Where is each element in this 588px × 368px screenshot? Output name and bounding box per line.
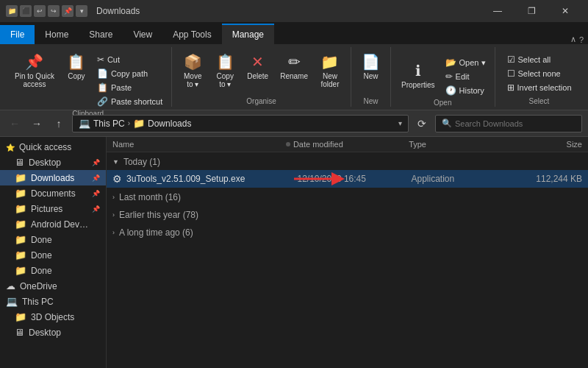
sidebar-item-downloads[interactable]: 📁 Downloads 📌 (0, 170, 106, 185)
address-path[interactable]: 💻 This PC › 📁 Downloads ▾ (72, 115, 409, 132)
undo-icon: ↩ (34, 5, 46, 17)
sort-indicator (286, 142, 290, 146)
copy-path-icon: 📄 (97, 68, 108, 79)
select-all-button[interactable]: ☑ Select all (504, 53, 575, 66)
tab-file[interactable]: File (0, 25, 35, 44)
this-pc-icon: 💻 (6, 296, 18, 307)
sidebar-item-done-2[interactable]: 📁 Done (0, 247, 106, 263)
group-earlier-year-label: Earlier this year (78) (119, 210, 198, 220)
group-today[interactable]: ▼ Today (1) (107, 152, 588, 170)
header-date: Date modified (293, 140, 409, 149)
sidebar-label-this-pc: This PC (22, 297, 54, 307)
new-item-icon: 📄 (362, 53, 380, 71)
path-folder-icon: 📁 (133, 118, 145, 129)
group-earlier-year[interactable]: › Earlier this year (78) (107, 205, 588, 223)
open-button[interactable]: 📂 Open ▾ (442, 56, 489, 69)
file-name-3utools: 3uTools_v2.51.009_Setup.exe (126, 174, 298, 184)
back-button[interactable]: ← (6, 115, 24, 132)
sidebar-item-android[interactable]: 📁 Android Device l... (0, 216, 106, 232)
sidebar-label-desktop: Desktop (29, 158, 61, 168)
sidebar-label-onedrive: OneDrive (20, 281, 57, 291)
main: ⭐ Quick access 🖥 Desktop 📌 📁 Downloads 📌… (0, 137, 588, 368)
delete-button[interactable]: ✕ Delete (243, 50, 273, 83)
quick-access-star-icon: ⭐ (6, 144, 15, 152)
header-size: Size (524, 140, 582, 149)
sidebar-label-3d-objects: 3D Objects (31, 312, 74, 322)
tab-manage[interactable]: Manage (222, 24, 274, 44)
history-icon: 🕐 (445, 85, 456, 96)
minimize-button[interactable]: — (481, 0, 514, 22)
header-type: Type (409, 140, 524, 149)
pin-to-quick-button[interactable]: 📌 Pin to Quickaccess (10, 50, 59, 91)
sidebar-item-quick-access[interactable]: ⭐ Quick access (0, 140, 106, 155)
sidebar-item-onedrive[interactable]: ☁ OneDrive (0, 278, 106, 294)
tab-share[interactable]: Share (79, 25, 123, 44)
copy-button[interactable]: 📋 Copy (62, 50, 91, 83)
search-input[interactable] (455, 119, 576, 128)
paste-shortcut-button[interactable]: 🔗 Paste shortcut (94, 95, 165, 108)
file-row-3utools[interactable]: ⚙ 3uTools_v2.51.009_Setup.exe 12/10/2020… (107, 170, 588, 188)
edit-button[interactable]: ✏ Edit (442, 70, 489, 83)
group-long-ago-arrow: › (112, 229, 115, 236)
tab-view[interactable]: View (123, 25, 162, 44)
properties-button[interactable]: ℹ Properties (397, 53, 440, 97)
properties-icon: ℹ (415, 62, 421, 79)
ribbon-tabs: File Home Share View App Tools Manage ∧ … (0, 22, 588, 44)
quick-access-icon: ⬛ (20, 5, 32, 17)
copy-icon: 📋 (67, 53, 85, 71)
copy-to-button[interactable]: 📋 Copyto ▾ (210, 50, 240, 91)
downloads-pin-icon: 📌 (92, 174, 100, 182)
refresh-button[interactable]: ⟳ (413, 115, 431, 132)
new-folder-button[interactable]: 📁 Newfolder (315, 50, 345, 91)
new-section: 📄 New New (351, 47, 391, 107)
group-long-ago[interactable]: › A long time ago (6) (107, 223, 588, 241)
invert-selection-button[interactable]: ⊞ Invert selection (504, 81, 575, 94)
sidebar-item-desktop2[interactable]: 🖥 Desktop (0, 325, 106, 340)
address-bar: ← → ↑ 💻 This PC › 📁 Downloads ▾ ⟳ 🔍 (0, 110, 588, 137)
organise-label: Organise (246, 96, 276, 107)
maximize-button[interactable]: ❐ (514, 0, 548, 22)
delete-icon: ✕ (251, 53, 264, 71)
sidebar-item-done-3[interactable]: 📁 Done (0, 263, 106, 278)
computer-icon: 💻 (79, 118, 90, 129)
documents-pin-icon: 📌 (92, 190, 100, 197)
rename-button[interactable]: ✏ Rename (276, 50, 312, 83)
close-button[interactable]: ✕ (548, 0, 582, 22)
cut-button[interactable]: ✂ Cut (94, 53, 165, 66)
sidebar-label-quick-access: Quick access (19, 142, 71, 152)
file-list: Name Date modified Type Size ▼ Today (1)… (107, 137, 588, 368)
sidebar-item-documents[interactable]: 📁 Documents 📌 (0, 185, 106, 201)
search-box[interactable]: 🔍 (435, 115, 582, 132)
tab-app-tools[interactable]: App Tools (162, 25, 221, 44)
sidebar-item-pictures[interactable]: 📁 Pictures 📌 (0, 201, 106, 216)
window-controls: — ❐ ✕ (481, 0, 582, 22)
sidebar-item-desktop[interactable]: 🖥 Desktop 📌 (0, 155, 106, 170)
desktop2-icon: 🖥 (15, 327, 24, 338)
select-all-icon: ☑ (507, 54, 515, 65)
sidebar-item-done-1[interactable]: 📁 Done (0, 232, 106, 247)
select-label: Select (529, 96, 550, 107)
title-bar: 📁 ⬛ ↩ ↪ 📌 ▾ Downloads — ❐ ✕ (0, 0, 588, 22)
history-button[interactable]: 🕐 History (442, 84, 489, 97)
paste-button[interactable]: 📋 Paste (94, 81, 165, 94)
move-to-button[interactable]: 📦 Moveto ▾ (178, 50, 207, 91)
up-button[interactable]: ↑ (50, 115, 68, 132)
group-earlier-year-arrow: › (112, 211, 115, 219)
forward-button[interactable]: → (28, 115, 46, 132)
ribbon-collapse-icon: ∧ (570, 35, 576, 44)
sidebar-label-done1: Done (31, 235, 52, 245)
sidebar-item-this-pc[interactable]: 💻 This PC (0, 294, 106, 309)
group-last-month-arrow: › (112, 194, 115, 201)
path-separator: › (128, 119, 130, 127)
new-item-button[interactable]: 📄 New (357, 50, 384, 83)
rename-icon: ✏ (288, 53, 301, 71)
copy-path-button[interactable]: 📄 Copy path (94, 67, 165, 80)
group-last-month[interactable]: › Last month (16) (107, 188, 588, 205)
sidebar-item-3d-objects[interactable]: 📁 3D Objects (0, 309, 106, 325)
select-none-button[interactable]: ☐ Select none (504, 67, 575, 80)
paste-shortcut-icon: 🔗 (97, 96, 108, 107)
group-long-ago-label: A long time ago (6) (119, 227, 193, 238)
edit-icon: ✏ (445, 71, 453, 82)
tab-home[interactable]: Home (35, 25, 79, 44)
done2-icon: 📁 (15, 250, 26, 261)
